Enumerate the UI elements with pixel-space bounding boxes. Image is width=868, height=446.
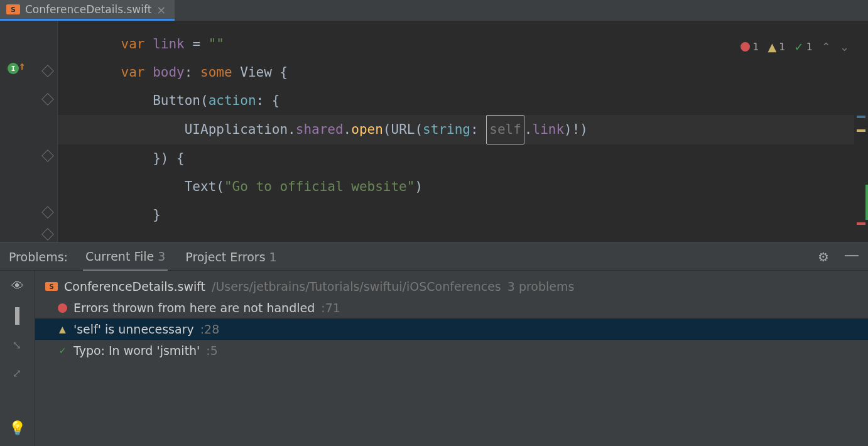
collapse-all-icon[interactable] — [13, 367, 22, 380]
next-problem-icon[interactable]: ⌄ — [840, 40, 849, 53]
code-line: }) { — [58, 144, 854, 173]
tab-filename: ConferenceDetails.swift — [25, 3, 151, 16]
typo-badge[interactable]: ✓1 — [795, 40, 813, 53]
problems-panel: Problems: Current File 3 Project Errors … — [0, 242, 868, 446]
warning-icon: ▲ — [58, 325, 67, 334]
stripe-mark[interactable] — [857, 129, 865, 132]
warning-icon: ▲ — [768, 40, 777, 53]
fold-handle-icon[interactable] — [41, 206, 54, 219]
file-name: ConferenceDetails.swift — [64, 280, 205, 293]
minimize-icon[interactable]: — — [844, 246, 859, 268]
checkmark-icon: ✓ — [795, 40, 804, 53]
swift-file-icon: S — [6, 4, 20, 14]
error-icon — [741, 42, 750, 52]
intention-bulb-icon[interactable]: 💡 — [9, 420, 26, 436]
code-area[interactable]: var link = "" var body: some View { Butt… — [58, 21, 854, 242]
problems-file-header[interactable]: S ConferenceDetails.swift /Users/jetbrai… — [35, 276, 868, 297]
close-icon[interactable]: × — [156, 3, 166, 16]
problem-item-warning[interactable]: ▲ 'self' is unnecessary :28 — [35, 318, 868, 340]
problem-item-typo[interactable]: ✓ Typo: In word 'jsmith' :5 — [35, 340, 868, 361]
error-stripe[interactable] — [854, 21, 868, 242]
tab-project-errors[interactable]: Project Errors 1 — [183, 244, 279, 270]
fold-handle-icon[interactable] — [41, 228, 54, 241]
problems-title: Problems: — [9, 250, 68, 264]
code-line: var body: some View { — [58, 58, 854, 87]
code-line: } — [58, 201, 854, 229]
file-tab[interactable]: S ConferenceDetails.swift × — [0, 0, 175, 21]
quickfix-highlight[interactable]: self — [486, 115, 524, 144]
problems-body: 👁 💡 S ConferenceDetails.swift /Users/jet… — [0, 271, 868, 446]
code-line: UIApplication.shared.open(URL(string: se… — [58, 115, 854, 144]
problem-count: 3 problems — [507, 280, 575, 293]
editor-tab-bar: S ConferenceDetails.swift × — [0, 0, 868, 21]
tab-current-file[interactable]: Current File 3 — [83, 243, 168, 271]
error-badge[interactable]: 1 — [741, 41, 759, 53]
code-line: var link = "" — [58, 30, 854, 58]
problems-header: Problems: Current File 3 Project Errors … — [0, 243, 868, 271]
swift-file-icon: S — [45, 282, 58, 291]
code-line: Button(action: { — [58, 87, 854, 115]
fold-handle-icon[interactable] — [41, 65, 54, 77]
stripe-mark[interactable] — [857, 222, 865, 225]
fold-handle-icon[interactable] — [41, 150, 54, 162]
inspection-summary[interactable]: 1 ▲1 ✓1 ⌃ ⌄ — [741, 40, 849, 53]
interface-gutter-icon[interactable]: I — [8, 63, 19, 74]
problem-item-error[interactable]: Errors thrown from here are not handled … — [35, 297, 868, 318]
override-arrow-icon[interactable]: ↑ — [19, 59, 26, 72]
checkmark-icon: ✓ — [58, 346, 67, 356]
warning-badge[interactable]: ▲1 — [768, 40, 786, 53]
gear-icon[interactable]: ⚙ — [818, 249, 829, 264]
error-icon — [58, 303, 67, 313]
file-path: /Users/jetbrains/Tutorials/swiftui/iOSCo… — [212, 280, 501, 293]
expand-all-icon[interactable] — [13, 339, 22, 352]
problems-sidebar: 👁 💡 — [0, 271, 35, 446]
fold-handle-icon[interactable] — [41, 93, 54, 106]
problems-list: S ConferenceDetails.swift /Users/jetbrai… — [35, 271, 868, 446]
code-line: Text("Go to official website") — [58, 173, 854, 201]
sidebar-layout-icon[interactable] — [15, 308, 19, 324]
eye-icon[interactable]: 👁 — [11, 278, 24, 293]
prev-problem-icon[interactable]: ⌃ — [822, 40, 831, 53]
stripe-mark[interactable] — [865, 185, 868, 220]
stripe-mark[interactable] — [857, 116, 865, 118]
code-editor[interactable]: I ↑ var link = "" var body: some View { … — [0, 21, 868, 242]
editor-gutter: I ↑ — [0, 21, 58, 242]
